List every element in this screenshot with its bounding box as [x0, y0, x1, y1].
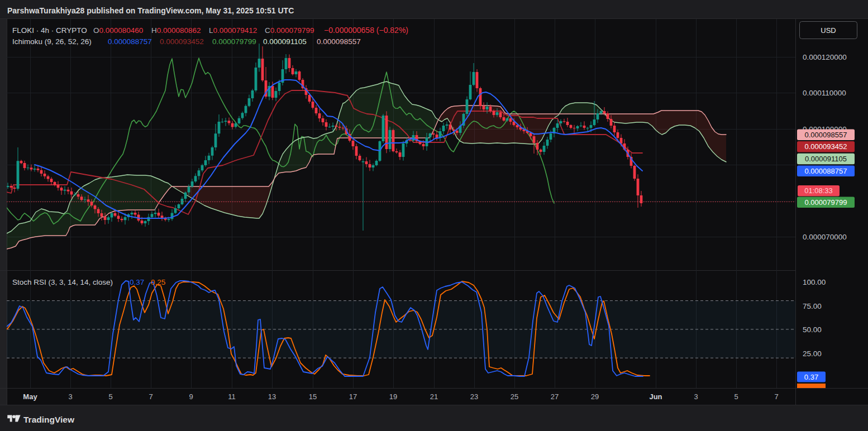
svg-text:FLOKI · 4h · CRYPTO: FLOKI · 4h · CRYPTO — [12, 26, 87, 35]
svg-text:ParshwaTurakhiya28 published o: ParshwaTurakhiya28 published on TradingV… — [7, 6, 294, 15]
svg-text:−0.000000658 (−0.82%): −0.000000658 (−0.82%) — [324, 26, 408, 35]
svg-text:0.37: 0.37 — [804, 373, 818, 381]
svg-text:0.000110000: 0.000110000 — [803, 89, 846, 97]
svg-text:0.000088757: 0.000088757 — [108, 37, 152, 46]
svg-text:May: May — [23, 392, 37, 401]
svg-text:23: 23 — [470, 392, 478, 401]
svg-text:0.000088757: 0.000088757 — [805, 167, 847, 175]
svg-text:100.00: 100.00 — [803, 278, 826, 286]
svg-text:USD: USD — [821, 26, 836, 35]
svg-text:25: 25 — [511, 392, 518, 401]
svg-text:0.25: 0.25 — [151, 278, 165, 286]
svg-text:L0.000079412: L0.000079412 — [209, 26, 257, 35]
svg-text:Stoch RSI (3, 3, 14, 14, close: Stoch RSI (3, 3, 14, 14, close) — [12, 278, 113, 286]
svg-text:3: 3 — [694, 392, 698, 401]
svg-text:0.000091105: 0.000091105 — [263, 37, 307, 46]
svg-text:TradingView: TradingView — [23, 415, 75, 424]
svg-text:19: 19 — [389, 392, 397, 401]
svg-text:01:08:33: 01:08:33 — [804, 186, 833, 195]
svg-text:5: 5 — [108, 392, 112, 401]
svg-text:0.000093452: 0.000093452 — [805, 142, 847, 151]
svg-text:0.000098557: 0.000098557 — [317, 37, 361, 46]
svg-text:29: 29 — [591, 392, 599, 401]
svg-text:27: 27 — [551, 392, 559, 401]
svg-text:C0.000079799: C0.000079799 — [265, 26, 314, 35]
svg-text:0.000079799: 0.000079799 — [212, 37, 256, 46]
svg-text:11: 11 — [228, 392, 236, 401]
svg-text:O0.000080460: O0.000080460 — [93, 26, 143, 35]
svg-text:50.00: 50.00 — [803, 325, 822, 334]
svg-text:H0.000080862: H0.000080862 — [151, 26, 201, 35]
svg-text:0.000093452: 0.000093452 — [160, 37, 204, 46]
svg-text:75.00: 75.00 — [803, 302, 822, 310]
svg-text:17: 17 — [349, 392, 357, 401]
svg-text:21: 21 — [430, 392, 438, 401]
svg-text:Ichimoku (9, 26, 52, 26): Ichimoku (9, 26, 52, 26) — [12, 37, 92, 46]
svg-text:0.000098557: 0.000098557 — [805, 131, 847, 139]
svg-text:3: 3 — [68, 392, 72, 401]
svg-text:Jun: Jun — [649, 392, 662, 401]
svg-text:7: 7 — [149, 392, 152, 401]
svg-text:0.000120000: 0.000120000 — [803, 53, 847, 61]
svg-text:0.000079799: 0.000079799 — [805, 198, 847, 207]
svg-text:25.00: 25.00 — [803, 349, 822, 358]
svg-text:15: 15 — [309, 392, 317, 401]
svg-text:9: 9 — [189, 392, 193, 401]
svg-text:0.37: 0.37 — [130, 278, 144, 286]
svg-text:0.000070000: 0.000070000 — [803, 233, 847, 241]
svg-text:7: 7 — [774, 392, 778, 401]
svg-text:13: 13 — [268, 392, 276, 401]
svg-text:0.000091105: 0.000091105 — [805, 155, 847, 163]
svg-text:5: 5 — [734, 392, 738, 401]
